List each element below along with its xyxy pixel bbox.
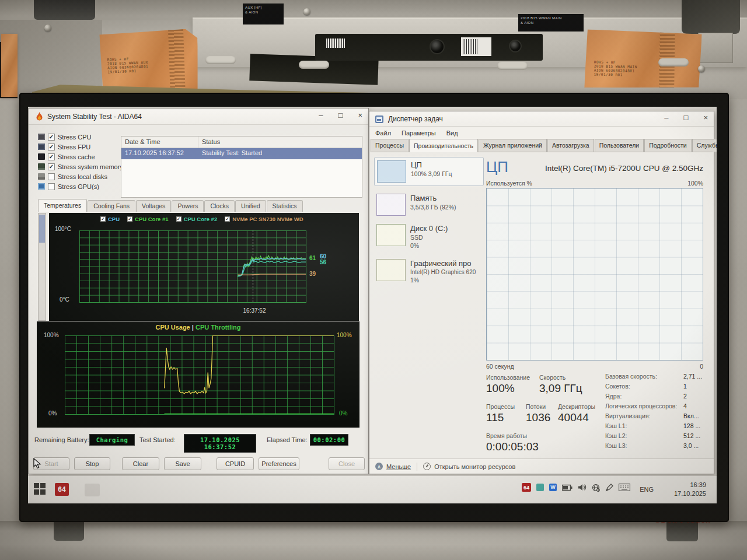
legend-label: CPU <box>108 216 120 222</box>
checkbox[interactable]: ✓ <box>48 173 55 180</box>
checkbox[interactable]: ✓ <box>48 163 55 170</box>
scrollbar-thumb[interactable] <box>39 215 45 243</box>
tab-cooling-fans[interactable]: Cooling Fans <box>88 200 135 212</box>
stat-label: Использование <box>486 374 530 381</box>
legend-item[interactable]: ✓ CPU <box>100 216 120 222</box>
chassis-tab <box>497 62 528 70</box>
open-resource-monitor-link[interactable]: Открыть монитор ресурсов <box>423 463 515 470</box>
tray-app-icon[interactable] <box>536 484 544 491</box>
tab-powers[interactable]: Powers <box>172 200 204 212</box>
tab-services[interactable]: Службы <box>692 139 717 152</box>
usage-chart <box>65 335 334 414</box>
tab-processes[interactable]: Процессы <box>371 139 409 152</box>
cpu-mini-graph <box>377 160 406 183</box>
stat-label: Базовая скорость: <box>605 373 657 380</box>
fewer-details-button[interactable]: ∧ Меньше <box>375 463 411 470</box>
close-button[interactable]: × <box>358 111 362 120</box>
memory-icon <box>38 163 45 170</box>
legend-item[interactable]: ✓ CPU Core #2 <box>176 216 218 222</box>
legend-item[interactable]: ✓ NVMe PC SN730 NVMe WD <box>225 216 303 222</box>
battery-icon[interactable] <box>562 484 573 491</box>
network-globe-icon[interactable] <box>592 484 600 492</box>
usage-title-left: CPU Usage <box>155 324 190 331</box>
tab-voltages[interactable]: Voltages <box>136 200 171 212</box>
checkbox[interactable]: ✓ <box>225 216 230 222</box>
stress-option-cache[interactable]: ✓ Stress cache <box>38 152 95 161</box>
clear-button[interactable]: Clear <box>122 457 159 470</box>
sidebar-item-gpu[interactable]: Графический про Intel(R) HD Graphics 620… <box>374 256 484 286</box>
scrollbar[interactable] <box>38 213 46 321</box>
sidebar-item-cpu[interactable]: ЦП 100% 3,09 ГГц <box>374 157 484 186</box>
start-button[interactable] <box>34 483 47 496</box>
sidebar-item-memory[interactable]: Память 3,5/3,8 ГБ (92%) <box>374 191 484 219</box>
minimize-button[interactable]: – <box>664 113 668 122</box>
stress-option-cpu[interactable]: ✓ Stress CPU <box>38 132 91 141</box>
app-taskbar-icon[interactable] <box>85 484 100 496</box>
checkbox[interactable]: ✓ <box>48 144 55 150</box>
tab-performance[interactable]: Производительность <box>409 139 478 152</box>
checkbox[interactable]: ✓ <box>48 134 55 141</box>
y-axis-max-label: 100% <box>44 332 59 338</box>
preferences-button[interactable]: Preferences <box>259 457 299 470</box>
aida64-tray-icon[interactable]: 64 <box>522 483 531 492</box>
task-manager-window: Диспетчер задач – □ × Файл Параметры Вид… <box>369 111 714 474</box>
menu-options[interactable]: Параметры <box>402 130 436 136</box>
tab-clocks[interactable]: Clocks <box>204 200 235 212</box>
word-tray-icon[interactable]: W <box>549 484 557 491</box>
checkbox[interactable]: ✓ <box>176 216 181 222</box>
menu-view[interactable]: Вид <box>446 130 458 136</box>
tab-details[interactable]: Подробности <box>644 139 692 152</box>
pen-icon[interactable] <box>605 484 613 492</box>
clock[interactable]: 16:39 17.10.2025 <box>674 481 706 498</box>
column-header[interactable]: Date & Time <box>121 136 198 148</box>
taskman-titlebar[interactable]: Диспетчер задач – □ × <box>369 111 714 127</box>
column-header[interactable]: Status <box>198 136 362 148</box>
tab-temperatures[interactable]: Temperatures <box>38 199 87 212</box>
qr-label <box>461 37 491 56</box>
checkbox[interactable]: ✓ <box>48 183 55 190</box>
close-test-button[interactable]: Close <box>329 457 365 470</box>
window-title: System Stability Test - AIDA64 <box>47 113 142 121</box>
stress-option-memory[interactable]: ✓ Stress system memory <box>38 162 123 171</box>
tab-startup[interactable]: Автозагрузка <box>547 139 594 152</box>
stop-button[interactable]: Stop <box>74 457 110 470</box>
tab-users[interactable]: Пользователи <box>595 139 644 152</box>
keyboard-icon[interactable] <box>619 484 630 491</box>
stress-option-gpu[interactable]: ✓ Stress GPU(s) <box>38 182 99 191</box>
tab-app-history[interactable]: Журнал приложений <box>479 139 547 152</box>
speaker-icon[interactable] <box>578 484 587 491</box>
table-header: Date & Time Status <box>121 136 362 148</box>
legend-item[interactable]: ✓ CPU Core #1 <box>127 216 169 222</box>
close-button[interactable]: × <box>703 113 708 122</box>
aida64-titlebar[interactable]: System Stability Test - AIDA64 – □ × <box>29 108 368 125</box>
stress-option-fpu[interactable]: ✓ Stress FPU <box>38 142 90 151</box>
usage-title-right: CPU Throttling <box>196 324 241 331</box>
maximize-button[interactable]: □ <box>684 113 689 122</box>
language-indicator[interactable]: ENG <box>640 486 654 493</box>
maximize-button[interactable]: □ <box>338 111 343 120</box>
time-axis-label: 16:37:52 <box>237 307 272 314</box>
right-axis-min-label: 0% <box>339 410 347 416</box>
aida64-taskbar-icon[interactable]: 64 <box>55 483 69 496</box>
tab-unified[interactable]: Unified <box>235 200 266 212</box>
checkbox[interactable]: ✓ <box>48 153 55 160</box>
test-started-value: 17.10.2025 16:37:52 <box>184 434 256 453</box>
tab-statistics[interactable]: Statistics <box>267 200 303 212</box>
stat-value: 1 <box>683 383 687 390</box>
checkbox[interactable]: ✓ <box>127 216 132 222</box>
stat-label: Виртуализация: <box>605 412 651 419</box>
graph-top-right-label: 100% <box>685 180 703 187</box>
chassis-tab <box>658 58 689 66</box>
save-button[interactable]: Save <box>164 457 201 470</box>
legend-label: CPU Core #2 <box>184 216 218 222</box>
checkbox[interactable]: ✓ <box>100 216 106 222</box>
table-row[interactable]: 17.10.2025 16:37:52 Stability Test: Star… <box>121 148 362 159</box>
cpu-usage-graph-panel: CPU Usage | CPU Throttling 100% 0% 100% … <box>37 321 359 428</box>
minimize-button[interactable]: – <box>319 111 323 120</box>
cpuid-button[interactable]: CPUID <box>217 457 254 470</box>
menu-file[interactable]: Файл <box>375 130 391 136</box>
stress-option-disks[interactable]: ✓ Stress local disks <box>38 172 107 181</box>
metal-bracket <box>698 33 733 63</box>
graph-bottom-left-label: 60 секунд <box>486 363 514 370</box>
sidebar-item-disk[interactable]: Диск 0 (C:) SSD 0% <box>374 221 484 252</box>
